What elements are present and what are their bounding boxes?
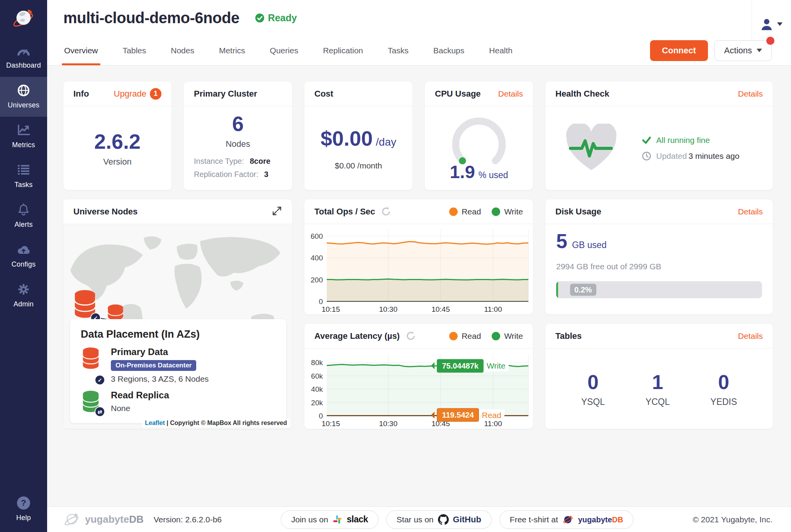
legend-write: Write bbox=[492, 207, 523, 216]
footer-brand: yugabyteDB bbox=[85, 513, 144, 525]
status-badge: Ready bbox=[255, 12, 297, 24]
footer: yugabyteDB Version: 2.6.2.0-b6 Join us o… bbox=[47, 507, 791, 532]
attribution-text: | Copyright © MapBox All rights reserved bbox=[166, 420, 287, 426]
tab-metrics[interactable]: Metrics bbox=[219, 36, 245, 65]
svg-text:0: 0 bbox=[319, 297, 323, 306]
primary-data-row: ✓ Primary Data On-Premises Datacenter 3 … bbox=[81, 347, 275, 384]
main-area: multi-cloud-demo-6node Ready Overview Ta… bbox=[47, 0, 791, 532]
refresh-icon[interactable] bbox=[381, 206, 391, 217]
sidebar-item-label: Configs bbox=[12, 260, 36, 269]
title-row: multi-cloud-demo-6node Ready bbox=[47, 0, 791, 36]
disk-free-text: 2994 GB free out of 2999 GB bbox=[556, 262, 762, 271]
tshirt-button[interactable]: Free t-shirt at yugabyteDB bbox=[499, 510, 634, 529]
sidebar-item-admin[interactable]: Admin bbox=[0, 276, 47, 316]
sidebar-item-help[interactable]: ? Help bbox=[0, 490, 47, 532]
health-status-row: All running fine bbox=[642, 136, 739, 145]
svg-text:10:45: 10:45 bbox=[431, 305, 450, 313]
svg-text:10:15: 10:15 bbox=[322, 420, 340, 428]
dashboard-icon bbox=[17, 44, 31, 58]
avg-latency-chart: 020k40k60k80k10:1510:3010:4511:0075.0448… bbox=[304, 348, 533, 429]
expand-icon[interactable] bbox=[272, 206, 282, 218]
nodes-count: 6 bbox=[232, 112, 244, 136]
slack-button[interactable]: Join us on slack bbox=[281, 510, 379, 529]
total-ops-chart: 020040060010:1510:3010:4511:00 bbox=[304, 224, 533, 314]
write-dot-icon bbox=[492, 332, 500, 340]
avg-latency-card: Average Latency (µs) Read Write 020k40k6… bbox=[304, 324, 533, 429]
check-icon bbox=[642, 136, 651, 144]
cpu-value: 1.9% used bbox=[425, 161, 533, 182]
datacenter-badge: On-Premises Datacenter bbox=[111, 360, 196, 371]
disk-percent-chip: 0.2% bbox=[570, 284, 596, 296]
sidebar-item-metrics[interactable]: Metrics bbox=[0, 117, 47, 156]
connect-button[interactable]: Connect bbox=[650, 40, 708, 61]
sidebar-item-tasks[interactable]: Tasks bbox=[0, 156, 47, 196]
svg-text:11:00: 11:00 bbox=[484, 305, 502, 313]
kv-key: Instance Type: bbox=[194, 157, 244, 166]
svg-text:40k: 40k bbox=[311, 385, 323, 393]
health-details-link[interactable]: Details bbox=[738, 89, 763, 99]
svg-text:20k: 20k bbox=[311, 399, 323, 407]
yugabyte-mini-logo-icon bbox=[562, 514, 574, 525]
cloud-upload-icon bbox=[16, 243, 31, 257]
chevron-down-icon bbox=[757, 49, 762, 52]
cost-unit: /day bbox=[376, 136, 396, 148]
card-title: Health Check bbox=[555, 89, 609, 99]
sidebar-item-configs[interactable]: Configs bbox=[0, 236, 47, 276]
footer-logo-icon bbox=[63, 511, 80, 528]
instance-type-row: Instance Type: 8core bbox=[194, 157, 282, 166]
version-value: 2.6.2 bbox=[94, 129, 141, 153]
tab-bar: Overview Tables Nodes Metrics Queries Re… bbox=[47, 36, 791, 66]
svg-text:400: 400 bbox=[311, 254, 323, 262]
total-ops-card: Total Ops / Sec Read Write 020040060010:… bbox=[304, 199, 533, 314]
read-replica-name: Read Replica bbox=[111, 390, 169, 401]
cost-per-month: $0.00 /month bbox=[335, 161, 382, 170]
kv-key: Replication Factor: bbox=[194, 170, 258, 179]
disk-details-link[interactable]: Details bbox=[738, 207, 763, 216]
health-check-card: Health Check Details All running fine bbox=[545, 82, 773, 190]
tab-tasks[interactable]: Tasks bbox=[388, 36, 409, 65]
dashboard-content: Info Upgrade 1 2.6.2 Version Primary Clu… bbox=[47, 66, 791, 507]
world-map[interactable]: ✓ ✓ Data Placement (In AZs) ✓ bbox=[63, 224, 292, 429]
card-title: Tables bbox=[555, 331, 582, 341]
tab-queries[interactable]: Queries bbox=[270, 36, 299, 65]
tab-replication[interactable]: Replication bbox=[323, 36, 363, 65]
svg-text:200: 200 bbox=[311, 276, 323, 284]
leaflet-link[interactable]: Leaflet bbox=[145, 420, 165, 426]
notification-dot bbox=[766, 37, 774, 45]
health-updated-row: Updated3 minutes ago bbox=[642, 151, 739, 161]
chart-legend: Read Write bbox=[449, 207, 523, 216]
sidebar-item-universes[interactable]: Universes bbox=[0, 77, 47, 117]
replication-factor-row: Replication Factor: 3 bbox=[194, 170, 282, 179]
cpu-unit: % used bbox=[479, 170, 508, 180]
sidebar-item-dashboard[interactable]: Dashboard bbox=[0, 37, 47, 77]
svg-text:0: 0 bbox=[319, 412, 323, 420]
read-replica-row: ⇄ Read Replica None bbox=[81, 390, 275, 415]
card-grid: Info Upgrade 1 2.6.2 Version Primary Clu… bbox=[63, 82, 773, 429]
refresh-icon[interactable] bbox=[406, 331, 416, 341]
tab-tables[interactable]: Tables bbox=[123, 36, 146, 65]
sidebar-item-alerts[interactable]: Alerts bbox=[0, 196, 47, 236]
tab-nodes[interactable]: Nodes bbox=[171, 36, 194, 65]
cpu-details-link[interactable]: Details bbox=[498, 89, 523, 99]
card-title: Universe Nodes bbox=[73, 207, 137, 217]
tab-health[interactable]: Health bbox=[489, 36, 513, 65]
sidebar-item-label: Tasks bbox=[14, 181, 32, 189]
updated-value: 3 minutes ago bbox=[688, 151, 739, 160]
tab-backups[interactable]: Backups bbox=[433, 36, 465, 65]
tables-details-link[interactable]: Details bbox=[738, 331, 763, 341]
sync-badge-icon: ⇄ bbox=[95, 406, 105, 417]
write-dot-icon bbox=[492, 207, 500, 216]
data-placement-panel: Data Placement (In AZs) ✓ Primary Data O… bbox=[70, 319, 286, 423]
svg-text:10:15: 10:15 bbox=[322, 305, 340, 313]
primary-db-icon: ✓ bbox=[81, 347, 102, 384]
page-title: multi-cloud-demo-6node bbox=[63, 9, 239, 27]
tab-overview[interactable]: Overview bbox=[64, 36, 98, 65]
card-title: CPU Usage bbox=[435, 89, 481, 99]
health-status-text: All running fine bbox=[656, 136, 710, 145]
github-button[interactable]: Star us on GitHub bbox=[386, 510, 492, 529]
bell-icon bbox=[17, 203, 30, 217]
sidebar-item-label: Admin bbox=[14, 300, 34, 308]
actions-dropdown-button[interactable]: Actions bbox=[715, 40, 772, 61]
upgrade-link[interactable]: Upgrade 1 bbox=[114, 88, 161, 100]
help-icon: ? bbox=[17, 496, 30, 510]
